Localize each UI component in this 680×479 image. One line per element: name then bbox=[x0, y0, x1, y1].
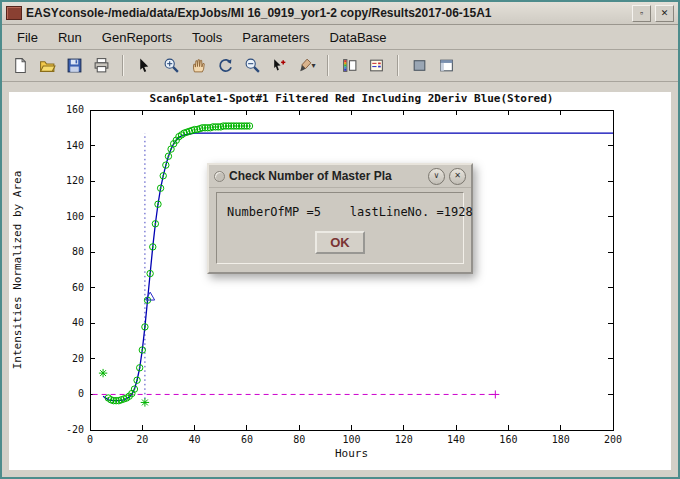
svg-text:180: 180 bbox=[552, 434, 570, 445]
title-bar[interactable]: EASYconsole-/media/data/ExpJobs/MI 16_09… bbox=[2, 2, 678, 25]
svg-text:40: 40 bbox=[72, 317, 84, 328]
close-button[interactable]: ✕ bbox=[655, 5, 674, 22]
print-button[interactable] bbox=[89, 53, 114, 78]
rotate-3d-button[interactable] bbox=[213, 53, 238, 78]
zoom-in-icon bbox=[163, 57, 180, 74]
svg-text:0: 0 bbox=[87, 434, 93, 445]
menu-database[interactable]: DataBase bbox=[320, 28, 395, 47]
svg-text:140: 140 bbox=[447, 434, 465, 445]
edit-plot-button[interactable] bbox=[132, 53, 157, 78]
cursor-arrow-icon bbox=[136, 57, 153, 74]
ok-button[interactable]: OK bbox=[315, 231, 365, 254]
plot-tools-on-icon bbox=[438, 57, 455, 74]
data-cursor-icon bbox=[271, 57, 288, 74]
menu-genreports[interactable]: GenReports bbox=[93, 28, 181, 47]
svg-text:Scan6plate1-Spot#1 Filtered Re: Scan6plate1-Spot#1 Filtered Red Includin… bbox=[150, 92, 554, 105]
menu-tools[interactable]: Tools bbox=[183, 28, 231, 47]
svg-text:0: 0 bbox=[78, 388, 84, 399]
svg-text:60: 60 bbox=[72, 282, 84, 293]
minimize-button[interactable]: ▫ bbox=[632, 5, 651, 22]
open-file-button[interactable] bbox=[35, 53, 60, 78]
save-button[interactable] bbox=[62, 53, 87, 78]
app-window: EASYconsole-/media/data/ExpJobs/MI 16_09… bbox=[0, 0, 680, 479]
dialog-check-number-of-master-plates: Check Number of Master Pla ∨ ✕ NumberOfM… bbox=[207, 163, 473, 274]
data-cursor-button[interactable] bbox=[267, 53, 292, 78]
svg-text:160: 160 bbox=[499, 434, 517, 445]
dialog-title-bar[interactable]: Check Number of Master Pla ∨ ✕ bbox=[209, 165, 471, 188]
menu-file[interactable]: File bbox=[8, 28, 47, 47]
svg-text:20: 20 bbox=[72, 353, 84, 364]
window-menu-icon[interactable] bbox=[6, 6, 22, 20]
svg-text:80: 80 bbox=[293, 434, 305, 445]
new-file-icon bbox=[12, 57, 29, 74]
svg-text:80: 80 bbox=[72, 246, 84, 257]
svg-text:140: 140 bbox=[66, 140, 84, 151]
svg-text:100: 100 bbox=[342, 434, 360, 445]
insert-legend-button[interactable] bbox=[364, 53, 389, 78]
svg-text:120: 120 bbox=[395, 434, 413, 445]
figure-area: 020406080100120140160180200-200204060801… bbox=[2, 82, 678, 477]
plot-tools-on-button[interactable] bbox=[434, 53, 459, 78]
dialog-title: Check Number of Master Pla bbox=[229, 169, 424, 183]
toolbar-separator bbox=[397, 55, 399, 76]
svg-text:Hours: Hours bbox=[335, 447, 368, 460]
hand-icon bbox=[190, 57, 207, 74]
plot-tools-off-button[interactable] bbox=[407, 53, 432, 78]
brush-dropdown-icon[interactable]: ▾ bbox=[311, 61, 315, 70]
insert-colorbar-button[interactable] bbox=[337, 53, 362, 78]
dialog-menu-icon[interactable] bbox=[214, 171, 225, 182]
svg-text:60: 60 bbox=[241, 434, 253, 445]
save-floppy-icon bbox=[66, 57, 83, 74]
svg-text:Intensities Normalized by Area: Intensities Normalized by Area bbox=[11, 171, 24, 370]
toolbar: ▾ bbox=[2, 50, 678, 82]
printer-icon bbox=[93, 57, 110, 74]
menu-parameters[interactable]: Parameters bbox=[233, 28, 318, 47]
brush-button[interactable]: ▾ bbox=[294, 53, 319, 78]
dialog-collapse-button[interactable]: ∨ bbox=[428, 168, 445, 185]
svg-text:100: 100 bbox=[66, 211, 84, 222]
colorbar-icon bbox=[341, 57, 358, 74]
plot-tools-off-icon bbox=[411, 57, 428, 74]
svg-text:200: 200 bbox=[604, 434, 622, 445]
open-folder-icon bbox=[39, 57, 56, 74]
svg-text:20: 20 bbox=[136, 434, 148, 445]
toolbar-separator bbox=[327, 55, 329, 76]
dialog-message: NumberOfMP =5 lastLineNo. =1928 bbox=[227, 205, 453, 219]
plot-panel[interactable]: 020406080100120140160180200-200204060801… bbox=[9, 92, 671, 470]
svg-text:160: 160 bbox=[66, 104, 84, 115]
menu-bar: File Run GenReports Tools Parameters Dat… bbox=[2, 25, 678, 50]
plot-canvas[interactable]: 020406080100120140160180200-200204060801… bbox=[9, 92, 671, 470]
zoom-out-icon bbox=[244, 57, 261, 74]
new-file-button[interactable] bbox=[8, 53, 33, 78]
svg-text:-20: -20 bbox=[66, 424, 84, 435]
dialog-close-button[interactable]: ✕ bbox=[449, 168, 466, 185]
toolbar-separator bbox=[122, 55, 124, 76]
svg-text:40: 40 bbox=[189, 434, 201, 445]
menu-run[interactable]: Run bbox=[49, 28, 91, 47]
svg-text:120: 120 bbox=[66, 175, 84, 186]
rotate-icon bbox=[217, 57, 234, 74]
zoom-out-button[interactable] bbox=[240, 53, 265, 78]
zoom-in-button[interactable] bbox=[159, 53, 184, 78]
pan-button[interactable] bbox=[186, 53, 211, 78]
window-title: EASYconsole-/media/data/ExpJobs/MI 16_09… bbox=[26, 6, 628, 20]
legend-icon bbox=[368, 57, 385, 74]
dialog-body: NumberOfMP =5 lastLineNo. =1928 OK bbox=[216, 192, 464, 264]
